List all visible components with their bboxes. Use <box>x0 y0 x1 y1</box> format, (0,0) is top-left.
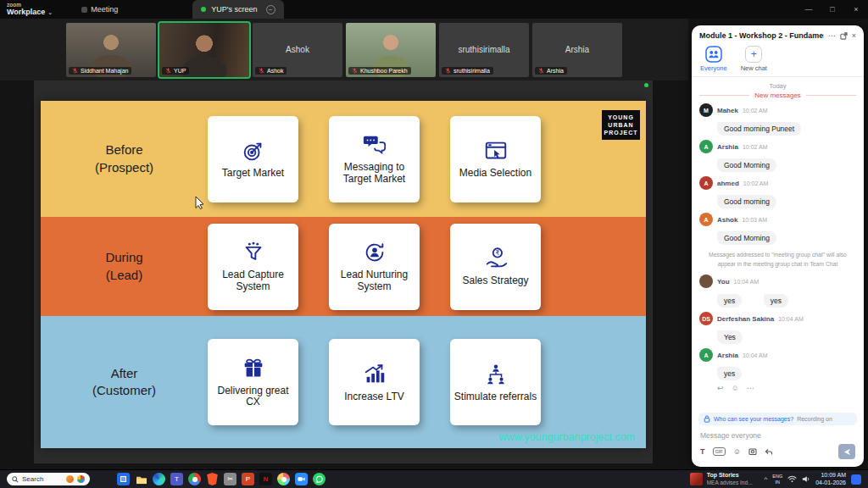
avatar: M <box>699 103 713 117</box>
chat-message-input[interactable] <box>692 428 864 441</box>
mic-muted-icon <box>445 68 451 74</box>
taskbar-search[interactable]: Search <box>7 473 90 485</box>
netflix-icon[interactable]: N <box>259 473 272 485</box>
send-icon <box>843 448 851 456</box>
brave-icon[interactable] <box>206 473 219 485</box>
video-strip: Siddhant Mahajan YUP Ashok Ashok Khushbo… <box>0 19 688 80</box>
participant-name: Arshia <box>547 68 564 74</box>
minimize-button[interactable]: — <box>797 0 821 19</box>
young-urban-project-logo: YOUNG URBAN PROJECT <box>602 110 640 140</box>
card-lead-capture: Lead Capture System <box>208 224 298 310</box>
participant-tile[interactable]: Ashok Ashok <box>253 23 342 77</box>
task-view-icon[interactable] <box>117 473 130 485</box>
privacy-bar: Who can see your messages? Recording on <box>698 413 857 425</box>
notification-badge[interactable] <box>851 474 861 485</box>
zoom-titlebar: zoom Workplace ⌄ Meeting YUP's screen − … <box>0 0 868 19</box>
chevron-down-icon[interactable]: ⌄ <box>47 9 53 16</box>
workspace-label: Workplace <box>7 8 45 17</box>
screenshot-icon[interactable] <box>748 447 757 456</box>
participant-tile[interactable]: Siddhant Mahajan <box>66 23 156 77</box>
chat-message: A Ashok 10:03 AM Good Morning <box>699 213 856 245</box>
message-bubble[interactable]: yes <box>717 367 742 380</box>
screen-share-region: Before (Prospect) Target Market Messagin… <box>34 80 653 463</box>
share-indicator-dot <box>644 83 648 87</box>
message-bubble[interactable]: yes <box>764 294 788 308</box>
target-icon <box>241 138 266 164</box>
person-cycle-icon <box>362 240 387 265</box>
wifi-icon[interactable] <box>787 475 797 483</box>
participant-tile[interactable]: Khushboo Parekh <box>346 23 436 77</box>
participant-tile-active-speaker[interactable]: YUP <box>159 23 249 77</box>
participant-name: sruthisirimalla <box>453 68 490 74</box>
message-sender: ahmed <box>717 180 739 187</box>
pop-out-icon[interactable] <box>840 32 848 40</box>
message-bubble[interactable]: Good morning Puneet <box>717 122 801 136</box>
close-button[interactable]: × <box>844 0 868 19</box>
people-network-icon <box>483 362 509 387</box>
chat-panel: Module 1 - Workshop 2 - Fundamentals &..… <box>692 25 864 467</box>
close-chat-icon[interactable]: × <box>852 31 856 40</box>
chat-message: M Mahek 10:02 AM Good morning Puneet <box>699 103 856 136</box>
mic-muted-icon <box>538 68 544 74</box>
emoji-picker-icon[interactable]: ☺ <box>733 447 741 456</box>
message-bubble[interactable]: Good Morning <box>717 158 776 172</box>
message-time: 10:04 AM <box>778 316 804 322</box>
zoom-app-icon[interactable] <box>295 473 308 485</box>
browser-window-icon <box>483 138 509 164</box>
language-indicator[interactable]: ENG IN <box>772 474 782 485</box>
message-sender: Mahek <box>717 107 738 114</box>
gif-icon[interactable]: GIF <box>713 447 726 456</box>
google-app-icon[interactable] <box>277 473 290 485</box>
tab-new-chat[interactable]: + New chat <box>741 46 767 72</box>
teams-icon[interactable]: T <box>170 473 183 485</box>
reply-thread-icon[interactable] <box>765 447 773 456</box>
volume-icon[interactable] <box>802 475 810 483</box>
hidden-icons-chevron[interactable]: ^ <box>765 475 768 483</box>
participant-tile[interactable]: sruthisirimalla sruthisirimalla <box>439 23 529 77</box>
search-highlight-icon <box>66 475 74 483</box>
message-sender: Derfeshan Sakina <box>717 315 774 323</box>
recording-status: Recording on <box>797 416 832 422</box>
message-time: 10:04 AM <box>734 279 760 285</box>
message-time: 10:02 AM <box>743 144 768 150</box>
participant-tile[interactable]: Arshia Arshia <box>532 23 622 77</box>
tab-meeting[interactable]: Meeting <box>81 5 118 14</box>
news-subtitle: MEA advises Ind... <box>707 480 753 486</box>
whatsapp-icon[interactable] <box>313 473 326 485</box>
card-sales-strategy: ₹ Sales Strategy <box>450 224 541 310</box>
message-bubble[interactable]: Yes <box>717 330 743 344</box>
participant-name: Ashok <box>267 68 283 74</box>
row-label-during: During (Lead) <box>41 249 208 284</box>
close-tab-icon[interactable]: − <box>266 5 275 14</box>
file-explorer-icon[interactable] <box>135 473 147 485</box>
chat-title: Module 1 - Workshop 2 - Fundamentals &..… <box>699 31 824 40</box>
message-time: 10:03 AM <box>742 217 767 223</box>
tab-shared-screen[interactable]: YUP's screen − <box>192 0 283 19</box>
more-options-icon[interactable]: ⋯ <box>828 31 836 40</box>
more-options-icon[interactable]: ⋯ <box>747 384 754 392</box>
message-bubble[interactable]: Good Morning <box>717 231 776 245</box>
emoji-reaction-icon[interactable]: ☺ <box>732 384 739 392</box>
tab-everyone[interactable]: Everyone <box>700 46 727 72</box>
taskbar-news-widget[interactable]: Top Stories MEA advises Ind... <box>690 472 753 485</box>
reply-icon[interactable]: ↩ <box>717 384 724 392</box>
chat-message-list[interactable]: Today New messages M Mahek 10:02 AM Good… <box>692 77 864 409</box>
mic-muted-icon <box>352 68 358 74</box>
chat-message: A Arshia 10:04 AM yes ↩ ☺ ⋯ <box>699 348 856 392</box>
slide-row-after: After (Customer) Delivering great CX Inc… <box>41 316 646 448</box>
chat-message: DS Derfeshan Sakina 10:04 AM Yes <box>699 312 856 344</box>
screen-tab-label: YUP's screen <box>211 5 257 14</box>
powerpoint-icon[interactable]: P <box>242 473 254 485</box>
edge-icon[interactable] <box>153 473 165 485</box>
snipping-tool-icon[interactable]: ✂ <box>224 473 236 485</box>
maximize-button[interactable]: □ <box>821 0 844 19</box>
message-bubble[interactable]: Good morning <box>717 195 776 208</box>
message-bubble[interactable]: yes <box>717 294 742 308</box>
taskbar-clock[interactable]: 10:09 AM 04-01-2026 <box>815 472 846 487</box>
chrome-icon[interactable] <box>188 473 201 485</box>
row-label-after: After (Customer) <box>41 365 208 400</box>
send-button[interactable] <box>838 444 855 459</box>
row-label-before: Before (Prospect) <box>41 141 208 176</box>
format-text-icon[interactable]: T <box>700 447 705 456</box>
privacy-link[interactable]: Who can see your messages? <box>714 416 793 422</box>
